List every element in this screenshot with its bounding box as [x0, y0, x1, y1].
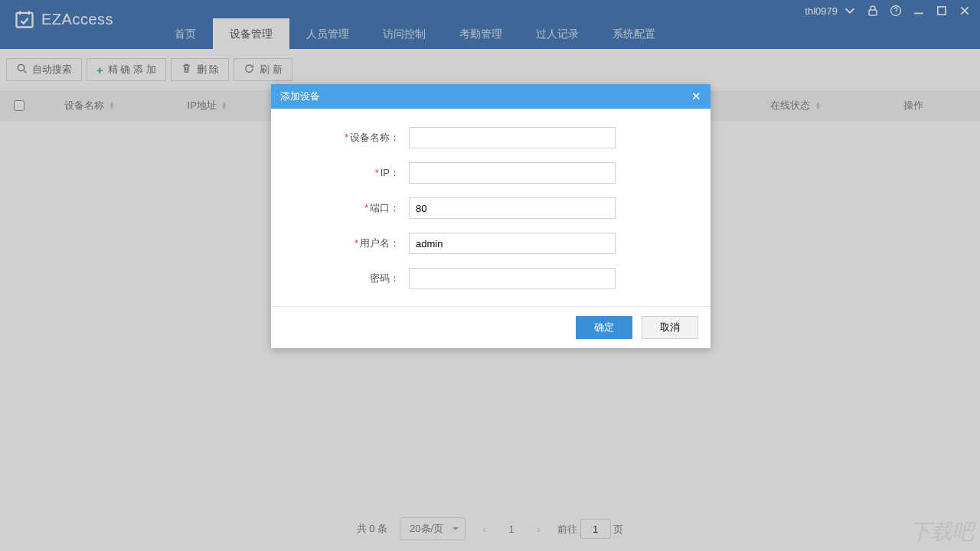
label-ip: *IP：	[302, 166, 409, 180]
form-row-password: 密码：	[302, 268, 680, 289]
cancel-button[interactable]: 取消	[642, 316, 698, 339]
label-user: *用户名：	[302, 236, 409, 250]
form-row-ip: *IP：	[302, 162, 680, 184]
dialog-titlebar: 添加设备 ✕	[271, 84, 710, 109]
dialog-title: 添加设备	[280, 90, 320, 103]
port-input[interactable]	[409, 197, 616, 219]
form-row-user: *用户名：	[302, 233, 680, 254]
ip-input[interactable]	[409, 162, 616, 184]
form-row-port: *端口：	[302, 197, 680, 219]
dialog-footer: 确定 取消	[271, 306, 710, 348]
label-name: *设备名称：	[302, 131, 409, 145]
label-port: *端口：	[302, 201, 409, 215]
dialog-body: *设备名称： *IP： *端口： *用户名： 密码：	[271, 109, 710, 306]
username-input[interactable]	[409, 233, 616, 254]
label-password: 密码：	[302, 272, 409, 285]
ok-button[interactable]: 确定	[576, 316, 632, 339]
form-row-name: *设备名称：	[302, 127, 680, 148]
add-device-dialog: 添加设备 ✕ *设备名称： *IP： *端口： *用户名： 密码： 确定 取消	[271, 84, 710, 348]
password-input[interactable]	[409, 268, 616, 289]
dialog-close-icon[interactable]: ✕	[691, 90, 701, 103]
device-name-input[interactable]	[409, 127, 616, 148]
